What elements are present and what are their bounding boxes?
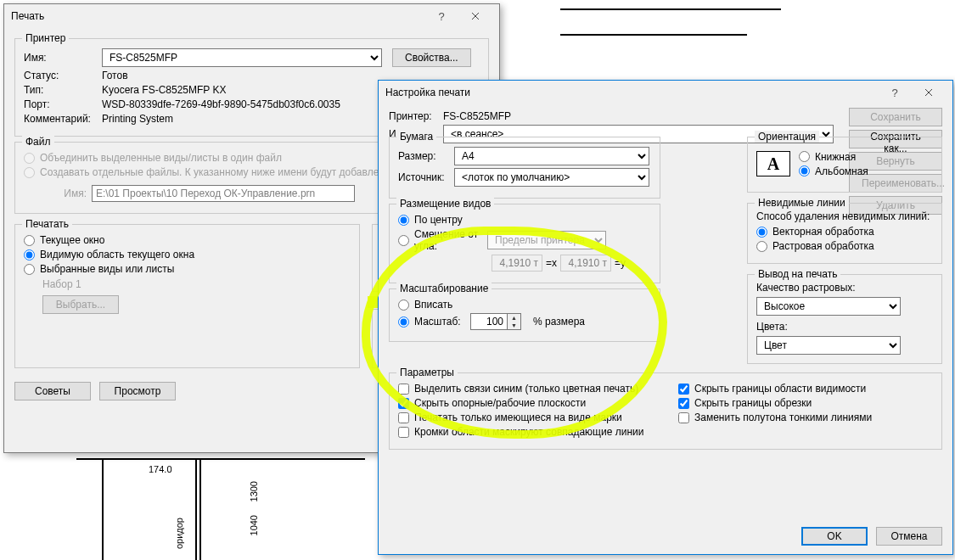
file-merge-radio: [24, 153, 35, 164]
hidden-vector-label: Векторная обработка: [772, 226, 874, 238]
range-selected-radio[interactable]: [24, 264, 35, 275]
cad-dim-1040: 1040: [249, 515, 259, 535]
scale-value-input[interactable]: [470, 313, 508, 330]
placement-offset-label: Смещение от угла:: [414, 228, 482, 252]
paper-source-label: Источник:: [398, 171, 454, 183]
paper-legend: Бумага: [396, 131, 436, 143]
opt-blue-label: Выделить связи синим (только цветная печ…: [414, 383, 638, 395]
setup-close-button[interactable]: [912, 83, 946, 102]
file-separate-label: Создавать отдельные файлы. К указанному …: [40, 166, 385, 178]
printer-port-value: WSD-80339dfe-7269-49bf-9890-5475db03f0c6…: [102, 98, 340, 110]
orientation-portrait-radio[interactable]: [799, 151, 810, 162]
orientation-portrait-label: Книжная: [815, 151, 856, 163]
placement-offset-radio[interactable]: [398, 235, 409, 246]
printer-legend: Принтер: [22, 32, 69, 44]
placement-center-label: По центру: [414, 214, 463, 226]
cad-corridor: оридор: [174, 518, 184, 549]
output-legend: Вывод на печать: [755, 268, 840, 280]
opt-marks-checkbox[interactable]: [398, 412, 409, 423]
opt-hidewp-label: Скрыть опорные/рабочие плоскости: [414, 397, 586, 409]
paper-size-label: Размер:: [398, 150, 454, 162]
printer-comment-label: Комментарий:: [24, 113, 102, 125]
opt-hidewp-checkbox[interactable]: [398, 398, 409, 409]
cad-dim-1300: 1300: [249, 481, 259, 501]
placement-y-eq: =y: [615, 257, 626, 269]
hidden-method-label: Способ удаления невидимых линий:: [756, 210, 933, 222]
hidden-raster-radio[interactable]: [756, 241, 767, 252]
placement-x-eq: =x: [546, 257, 557, 269]
placement-offset-mode: Пределы принтера: [487, 231, 606, 249]
opt-halft-label: Заменить полутона тонкими линиями: [694, 412, 872, 423]
setup-dialog-title: Настройка печати: [385, 87, 470, 98]
range-visible-label: Видимую область текущего окна: [40, 249, 194, 260]
paper-source-select[interactable]: <лоток по умолчанию>: [454, 168, 649, 187]
opt-blue-checkbox[interactable]: [398, 384, 409, 395]
opt-halft-checkbox[interactable]: [678, 412, 689, 423]
printer-port-label: Порт:: [24, 98, 102, 110]
hidden-vector-radio[interactable]: [756, 227, 767, 238]
printer-name-label: Имя:: [24, 52, 102, 64]
orientation-landscape-radio[interactable]: [799, 165, 810, 176]
printer-type-label: Тип:: [24, 84, 102, 96]
range-current-radio[interactable]: [24, 235, 35, 246]
scaling-legend: Масштабирование: [396, 283, 492, 294]
cad-dim-1740: 174.0: [149, 464, 172, 474]
save-button: Сохранить: [849, 108, 942, 126]
range-current-label: Текущее окно: [40, 234, 104, 246]
opt-mask-label: Кромки области маскируют совпадающие лин…: [414, 426, 643, 438]
printer-status-value: Готов: [102, 70, 128, 81]
range-selected-label: Выбранные виды или листы: [40, 263, 174, 275]
file-legend: Файл: [22, 136, 54, 148]
orientation-legend: Ориентация: [755, 131, 819, 143]
setup-ok-button[interactable]: OK: [801, 527, 868, 546]
orientation-icon: A: [756, 151, 790, 176]
printer-type-value: Kyocera FS-C8525MFP KX: [102, 84, 227, 96]
scale-scale-radio[interactable]: [398, 316, 409, 328]
file-name-label: Имя:: [24, 188, 92, 199]
opt-marks-label: Печатать только имеющиеся на виде марки: [414, 412, 622, 423]
printer-status-label: Статус:: [24, 70, 102, 81]
setup-printer-label: Принтер:: [389, 110, 443, 122]
placement-x-input: [492, 255, 542, 272]
printer-name-select[interactable]: FS-C8525MFP: [102, 48, 382, 67]
print-dialog-title: Печать: [11, 10, 44, 22]
opt-hidecb-label: Скрыть границы обрезки: [694, 397, 812, 409]
scale-fit-label: Вписать: [414, 299, 452, 311]
printer-comment-value: Printing System: [102, 113, 173, 125]
range-visible-radio[interactable]: [24, 249, 35, 260]
print-help-button[interactable]: ?: [424, 7, 458, 25]
setup-printer-value: FS-C8525MFP: [443, 110, 511, 122]
print-close-button[interactable]: [458, 7, 492, 25]
range-set-label: Набор 1: [42, 278, 351, 290]
output-raster-label: Качество растровых:: [756, 282, 933, 294]
opt-mask-checkbox[interactable]: [398, 427, 409, 438]
paper-size-select[interactable]: A4: [454, 147, 649, 165]
output-colors-label: Цвета:: [756, 321, 933, 333]
setup-cancel-button[interactable]: Отмена: [876, 527, 942, 546]
scale-suffix: % размера: [533, 316, 585, 328]
scale-spinner[interactable]: ▲▼: [508, 313, 521, 330]
range-choose-button: Выбрать...: [42, 295, 119, 314]
file-merge-label: Объединить выделенные виды/листы в один …: [40, 152, 282, 164]
output-raster-select[interactable]: Высокое: [756, 297, 901, 316]
opt-hidecb-checkbox[interactable]: [678, 398, 689, 409]
output-colors-select[interactable]: Цвет: [756, 336, 901, 355]
scale-scale-label: Масштаб:: [414, 316, 465, 328]
range-legend: Печатать: [22, 218, 72, 230]
opt-hidevb-checkbox[interactable]: [678, 384, 689, 395]
opt-hidevb-label: Скрыть границы области видимости: [694, 383, 866, 395]
preview-button[interactable]: Просмотр: [99, 382, 176, 400]
hidden-raster-label: Растровая обработка: [772, 240, 874, 252]
tips-button[interactable]: Советы: [14, 382, 91, 400]
printer-properties-button[interactable]: Свойства...: [392, 48, 471, 67]
setup-help-button[interactable]: ?: [878, 83, 912, 102]
placement-center-radio[interactable]: [398, 215, 409, 226]
file-name-input: [92, 185, 355, 202]
hidden-legend: Невидимые линии: [755, 197, 849, 209]
scale-fit-radio[interactable]: [398, 300, 409, 311]
orientation-landscape-label: Альбомная: [815, 165, 868, 177]
placement-legend: Размещение видов: [396, 198, 494, 210]
placement-y-input: [560, 255, 611, 272]
options-legend: Параметры: [396, 367, 458, 378]
file-separate-radio: [24, 167, 35, 178]
